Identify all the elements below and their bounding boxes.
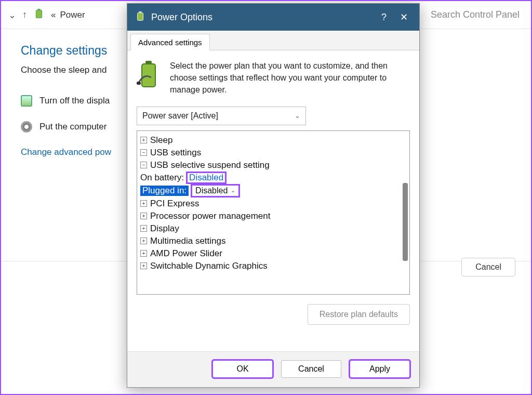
tree-multimedia[interactable]: Multimedia settings [150, 236, 226, 246]
ok-button[interactable]: OK [212, 360, 273, 378]
collapse-icon[interactable]: − [140, 162, 147, 168]
chevron-down-icon: ⌄ [295, 112, 300, 120]
expand-icon[interactable]: + [140, 200, 147, 207]
breadcrumb-sep: « [51, 10, 56, 20]
power-options-dialog: Power Options ? ✕ Advanced settings Sele… [127, 3, 420, 388]
svg-rect-3 [139, 11, 142, 12]
tree-amd[interactable]: AMD Power Slider [150, 248, 222, 259]
row-display-label: Turn off the displa [39, 96, 110, 106]
dialog-button-row: OK Cancel Apply [127, 351, 419, 387]
tree-ppm[interactable]: Processor power management [150, 211, 271, 221]
dialog-title: Power Options [151, 12, 212, 23]
svg-rect-5 [145, 61, 152, 64]
svg-rect-1 [37, 9, 41, 10]
tree-display[interactable]: Display [150, 223, 179, 234]
battery-small-icon [33, 8, 45, 21]
battery-icon [135, 11, 146, 24]
tree-pci[interactable]: PCI Express [150, 199, 199, 209]
apply-button[interactable]: Apply [350, 360, 410, 378]
monitor-icon [21, 95, 32, 107]
tree-usb-selective[interactable]: USB selective suspend setting [150, 160, 270, 170]
search-input[interactable]: Search Control Panel [427, 7, 524, 22]
breadcrumb[interactable]: « Power [51, 10, 85, 20]
dialog-titlebar[interactable]: Power Options ? ✕ [127, 4, 419, 31]
restore-defaults-button[interactable]: Restore plan defaults [308, 304, 410, 325]
plugged-in-select[interactable]: Disabled ⌄ [192, 185, 239, 196]
power-plan-value: Power saver [Active] [142, 111, 218, 121]
tree-scrollbar[interactable] [403, 183, 408, 261]
expand-icon[interactable]: + [140, 137, 147, 143]
svg-rect-2 [138, 12, 143, 20]
tree-usb-settings[interactable]: USB settings [150, 148, 201, 158]
svg-rect-4 [142, 64, 155, 87]
help-icon[interactable]: ? [377, 10, 391, 25]
collapse-icon[interactable]: − [140, 149, 147, 156]
expand-icon[interactable]: + [140, 225, 147, 232]
svg-rect-0 [36, 10, 42, 18]
cancel-button[interactable]: Cancel [281, 360, 341, 378]
chevron-down-icon: ⌄ [231, 187, 235, 194]
battery-large-icon [137, 60, 161, 96]
row-sleep-label: Put the computer [39, 122, 107, 132]
plugged-in-label: Plugged in: [140, 186, 189, 196]
tab-bar: Advanced settings [127, 31, 419, 50]
on-battery-value[interactable]: Disabled [189, 173, 223, 182]
settings-tree: +Sleep −USB settings −USB selective susp… [137, 130, 410, 295]
breadcrumb-item: Power [60, 10, 85, 20]
on-battery-label: On battery: [140, 173, 184, 183]
tab-advanced-settings[interactable]: Advanced settings [130, 34, 210, 50]
tree-sleep[interactable]: Sleep [150, 135, 172, 146]
dialog-description: Select the power plan that you want to c… [170, 60, 410, 96]
back-chevron-icon[interactable]: ⌄ [8, 9, 16, 21]
close-icon[interactable]: ✕ [396, 9, 412, 25]
svg-rect-6 [137, 82, 141, 85]
plugged-in-value: Disabled [195, 186, 228, 195]
bg-cancel-button[interactable]: Cancel [461, 258, 515, 276]
power-plan-select[interactable]: Power saver [Active] ⌄ [137, 107, 306, 125]
expand-icon[interactable]: + [140, 238, 147, 244]
disk-icon [21, 121, 32, 133]
dialog-content: Select the power plan that you want to c… [127, 50, 419, 351]
tree-switchable[interactable]: Switchable Dynamic Graphics [150, 261, 268, 271]
expand-icon[interactable]: + [140, 250, 147, 257]
up-arrow-icon[interactable]: ↑ [22, 9, 27, 20]
expand-icon[interactable]: + [140, 213, 147, 219]
expand-icon[interactable]: + [140, 262, 147, 269]
